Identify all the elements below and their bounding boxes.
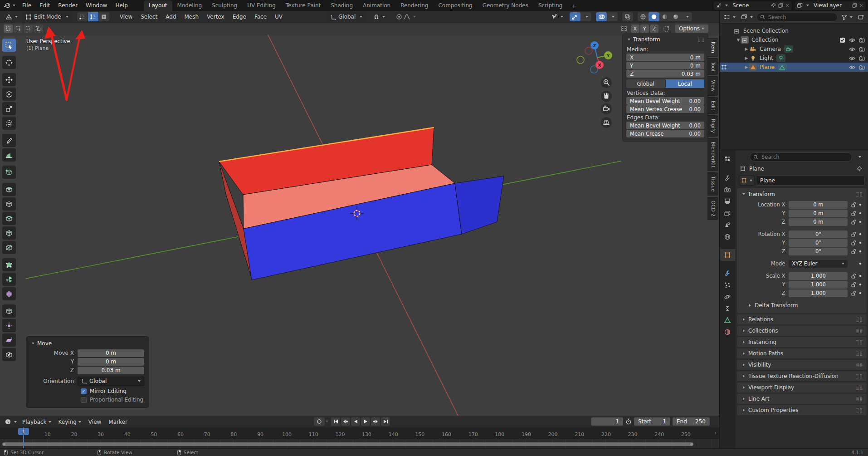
tab-world[interactable] bbox=[720, 231, 735, 243]
options-dropdown[interactable]: Options bbox=[675, 25, 708, 33]
proportional-edit-button[interactable] bbox=[394, 12, 418, 21]
workspace-tab-scripting[interactable]: Scripting bbox=[533, 0, 567, 11]
object-name[interactable]: Scene Collection bbox=[743, 28, 789, 34]
hide-viewport-icon[interactable] bbox=[849, 65, 855, 70]
tab-particles[interactable] bbox=[720, 279, 735, 291]
mirror-axis-x-button[interactable]: X bbox=[631, 25, 639, 33]
outliner-filter-mode-button[interactable] bbox=[739, 13, 755, 21]
pin-icon[interactable] bbox=[770, 3, 776, 8]
editor-type-button[interactable] bbox=[4, 12, 20, 22]
shading-rendered-button[interactable] bbox=[670, 12, 681, 21]
value-field[interactable]: 0 m bbox=[789, 210, 848, 217]
animate-dot-icon[interactable] bbox=[858, 291, 862, 295]
disable-render-icon[interactable] bbox=[859, 38, 865, 43]
disable-render-icon[interactable] bbox=[859, 65, 865, 70]
tab-constraints[interactable] bbox=[720, 303, 735, 314]
tool-annotate[interactable] bbox=[2, 134, 16, 147]
viewport-menu-mesh[interactable]: Mesh bbox=[180, 12, 203, 22]
median-x-field[interactable]: X0 m bbox=[626, 54, 704, 61]
panel-drag-dots[interactable]: ⣿⣿ bbox=[856, 374, 863, 378]
viewport-menu-vertex[interactable]: Vertex bbox=[203, 12, 229, 22]
animate-dot-icon[interactable] bbox=[858, 211, 862, 215]
outliner-search-input[interactable] bbox=[767, 14, 834, 21]
outliner-row-scene-collection[interactable]: Scene Collection bbox=[720, 26, 868, 35]
tool-shrink-fatten[interactable] bbox=[2, 319, 16, 332]
zoom-button[interactable] bbox=[601, 77, 612, 88]
panel-drag-dots[interactable]: ⣿⣿ bbox=[856, 408, 863, 412]
panel-drag-dots[interactable]: ⣿⣿ bbox=[856, 351, 863, 356]
collection-checkbox[interactable] bbox=[839, 37, 845, 43]
snap-target-button[interactable] bbox=[371, 12, 387, 21]
mirror-axis-y-button[interactable]: Y bbox=[640, 25, 649, 33]
viewport-menu-uv[interactable]: UV bbox=[271, 12, 287, 22]
tool-shear[interactable] bbox=[2, 333, 16, 347]
object-name[interactable]: Camera bbox=[760, 46, 781, 52]
value-field[interactable]: 0 m bbox=[78, 358, 144, 366]
median-z-field[interactable]: Z0.03 m bbox=[626, 70, 704, 78]
animate-dot-icon[interactable] bbox=[858, 274, 862, 278]
mirror-axis-z-button[interactable]: Z bbox=[650, 25, 658, 33]
animate-dot-icon[interactable] bbox=[858, 241, 862, 245]
value-field[interactable]: 1.000 bbox=[789, 289, 848, 297]
workspace-tab-shading[interactable]: Shading bbox=[326, 0, 358, 11]
median-y-field[interactable]: Y0 m bbox=[626, 62, 704, 69]
play-reverse-button[interactable] bbox=[351, 417, 360, 426]
object-name[interactable]: Collection bbox=[751, 37, 778, 43]
mode-dropdown[interactable]: Edit Mode bbox=[22, 12, 72, 21]
section-relations[interactable]: Relations⣿⣿ bbox=[737, 314, 867, 324]
panel-drag-dots[interactable]: ⣿⣿ bbox=[856, 192, 863, 196]
n-panel-tab-edit[interactable]: Edit bbox=[707, 97, 718, 114]
shading-dropdown[interactable] bbox=[681, 12, 692, 21]
tool-inset-faces[interactable] bbox=[2, 197, 16, 211]
add-workspace-button[interactable]: + bbox=[567, 2, 580, 11]
lock-icon[interactable] bbox=[851, 202, 856, 207]
tool-scale[interactable] bbox=[2, 102, 16, 115]
edge-select-button[interactable] bbox=[88, 12, 98, 21]
delete-scene-icon[interactable]: × bbox=[785, 2, 790, 9]
object-id-icon-button[interactable] bbox=[739, 175, 755, 186]
panel-drag-dots[interactable]: ⣿⣿ bbox=[856, 363, 863, 367]
menu-edit[interactable]: Edit bbox=[35, 0, 54, 10]
section-visibility[interactable]: Visibility⣿⣿ bbox=[737, 360, 867, 370]
playhead-frame-label[interactable]: 1 bbox=[18, 428, 29, 435]
value-field[interactable]: 1.000 bbox=[789, 281, 848, 289]
lock-icon[interactable] bbox=[851, 249, 856, 254]
tab-object-data[interactable] bbox=[720, 314, 735, 326]
object-name[interactable]: Plane bbox=[760, 64, 775, 70]
shading-solid-button[interactable] bbox=[649, 12, 659, 21]
jump-to-end-button[interactable] bbox=[381, 417, 390, 426]
verts-mean-bevel-weight[interactable]: Mean Bevel Weight0.00 bbox=[626, 97, 704, 105]
hide-viewport-icon[interactable] bbox=[849, 38, 855, 43]
ortho-toggle-button[interactable] bbox=[601, 117, 612, 128]
move-orientation-dropdown[interactable]: Global bbox=[78, 377, 144, 386]
outliner-display-mode-button[interactable] bbox=[722, 13, 737, 21]
section-collections[interactable]: Collections⣿⣿ bbox=[737, 326, 867, 336]
workspace-tab-layout[interactable]: Layout bbox=[144, 0, 172, 11]
outliner-row-light[interactable]: ▶Light bbox=[720, 54, 868, 63]
menu-window[interactable]: Window bbox=[82, 0, 111, 10]
lock-icon[interactable] bbox=[851, 282, 856, 287]
workspace-tab-sculpting[interactable]: Sculpting bbox=[207, 0, 242, 11]
value-field[interactable]: 0.03 m bbox=[78, 367, 144, 374]
animate-dot-icon[interactable] bbox=[858, 262, 862, 265]
tool-poly-build[interactable] bbox=[2, 258, 16, 271]
tool-transform[interactable] bbox=[2, 117, 16, 130]
disable-render-icon[interactable] bbox=[859, 47, 865, 52]
select-mode-subtract[interactable] bbox=[24, 25, 33, 33]
timeline-menu-marker[interactable]: Marker bbox=[105, 417, 131, 427]
lock-icon[interactable] bbox=[851, 231, 856, 237]
scene-selector[interactable]: Scene × bbox=[713, 1, 792, 10]
editor-properties[interactable] bbox=[720, 153, 735, 165]
tool-spin[interactable] bbox=[2, 273, 16, 286]
edges-mean-crease[interactable]: Mean Crease0.00 bbox=[626, 130, 704, 137]
menu-help[interactable]: Help bbox=[111, 0, 132, 10]
delete-viewlayer-icon[interactable]: × bbox=[859, 2, 863, 9]
outliner-filter-button[interactable] bbox=[839, 13, 854, 21]
outliner-search[interactable] bbox=[756, 13, 838, 22]
properties-options-chevron[interactable] bbox=[858, 156, 861, 158]
vertex-select-button[interactable] bbox=[77, 12, 88, 21]
value-field[interactable]: 0 m bbox=[789, 218, 848, 226]
expander[interactable]: ▶ bbox=[744, 47, 749, 51]
prev-keyframe-button[interactable] bbox=[341, 417, 350, 426]
section-custom-properties[interactable]: Custom Properties⣿⣿ bbox=[737, 405, 867, 415]
